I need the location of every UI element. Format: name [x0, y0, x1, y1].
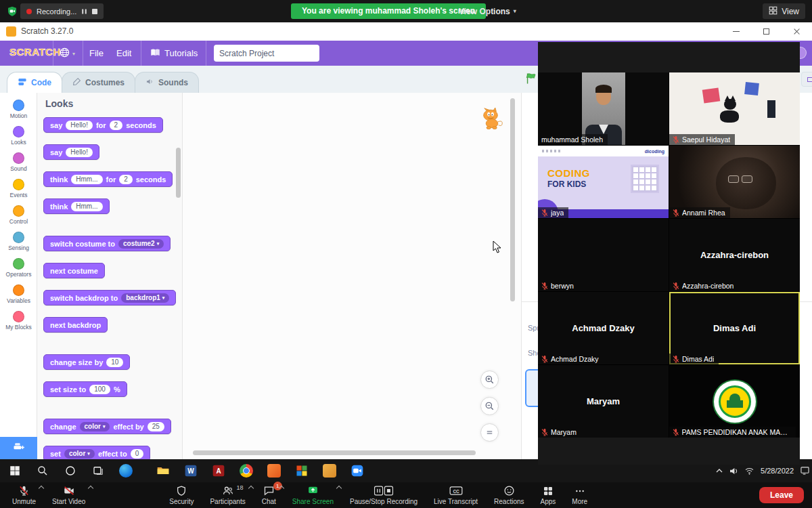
tab-code[interactable]: Code	[7, 72, 62, 93]
block-input[interactable]: 10	[106, 358, 123, 367]
scratch-block[interactable]: switch costume tocostume2▾	[43, 236, 171, 251]
category-operators[interactable]: Operators	[0, 258, 37, 284]
participant-tile-saepul-hidayat[interactable]: Saepul Hidayat	[669, 72, 800, 145]
block-input[interactable]: Hmm...	[71, 175, 102, 184]
block-input[interactable]: Hello!	[66, 148, 93, 157]
taskbar-search-icon[interactable]	[35, 463, 51, 479]
block-input[interactable]: Hello!	[66, 121, 93, 130]
block-dropdown[interactable]: backdrop1▾	[121, 293, 169, 303]
code-canvas[interactable]	[183, 93, 521, 459]
scratch-block[interactable]: next backdrop	[43, 317, 108, 333]
tray-network-icon[interactable]	[745, 467, 754, 475]
view-button[interactable]: View	[763, 3, 805, 19]
start-video-button[interactable]: Start Video	[44, 482, 93, 508]
zoom-out-button[interactable]	[480, 397, 499, 415]
category-looks[interactable]: Looks	[0, 126, 37, 152]
taskbar-cortana-icon[interactable]	[62, 463, 78, 479]
chevron-up-icon[interactable]	[336, 486, 342, 491]
participant-tile-pams-pendidikan-anak-masji[interactable]: PAMS PENDIDIKAN ANAK MASJI...	[669, 365, 800, 438]
category-sensing[interactable]: Sensing	[0, 232, 37, 258]
menu-file[interactable]: File	[89, 41, 104, 66]
pause-recording-icon[interactable]	[81, 8, 87, 15]
participant-tile-muhammad-sholeh[interactable]: muhammad Sholeh	[538, 72, 669, 145]
category-sound[interactable]: Sound	[0, 152, 37, 179]
scratch-block[interactable]: set size to100%	[43, 381, 127, 397]
scratch-block[interactable]: setcolor▾effect to0	[43, 446, 150, 459]
taskbar-acrobat-icon[interactable]: A	[210, 463, 227, 479]
participant-tile-dimas-adi[interactable]: Dimas AdiDimas Adi	[669, 292, 800, 364]
stop-recording-icon[interactable]	[92, 9, 97, 14]
taskbar-date[interactable]: 5/28/2022	[761, 467, 794, 475]
block-input[interactable]: Hmm...	[71, 202, 102, 211]
scratch-block[interactable]: sayHello!for2seconds	[43, 117, 163, 133]
block-input[interactable]: 0	[131, 449, 144, 459]
taskbar-chrome-icon[interactable]	[238, 463, 254, 479]
block-dropdown[interactable]: color▾	[80, 422, 110, 431]
category-events[interactable]: Events	[0, 179, 37, 205]
action-center-icon[interactable]	[800, 467, 809, 475]
scratch-block[interactable]: thinkHmm...	[43, 198, 110, 214]
participant-tile-annami-rhea[interactable]: Annami Rhea	[669, 146, 800, 218]
palette-scrollbar[interactable]	[176, 148, 181, 198]
taskbar-zoom-client-icon[interactable]	[349, 463, 365, 479]
taskbar-app-amber-icon[interactable]	[321, 463, 338, 479]
taskbar-app-blue-icon[interactable]	[118, 463, 134, 479]
taskbar-app-grid-icon[interactable]	[294, 463, 310, 479]
zoom-reset-button[interactable]	[480, 423, 499, 442]
taskbar-word-icon[interactable]: W	[183, 463, 199, 479]
block-input[interactable]: 100	[89, 385, 110, 394]
zoom-in-button[interactable]	[480, 371, 499, 389]
block-input[interactable]: 2	[110, 121, 123, 130]
participant-tile-azzahra-cirebon[interactable]: Azzahra-cirebonAzzahra-cirebon	[669, 219, 800, 291]
category-my-blocks[interactable]: My Blocks	[0, 311, 37, 337]
block-dropdown[interactable]: costume2▾	[118, 239, 164, 249]
pause-stop-recording-button[interactable]: Pause/Stop Recording	[342, 482, 426, 508]
menu-edit[interactable]: Edit	[116, 41, 131, 66]
leave-button[interactable]: Leave	[759, 487, 804, 503]
taskbar-file-explorer-icon[interactable]	[155, 463, 171, 479]
scratch-block[interactable]: thinkHmm...for2seconds	[43, 171, 173, 187]
view-options-button[interactable]: View Options ▾	[459, 3, 516, 19]
tab-costumes[interactable]: Costumes	[62, 72, 135, 93]
add-extension-button[interactable]	[0, 437, 37, 459]
tab-sounds[interactable]: Sounds	[135, 72, 199, 93]
scratch-block[interactable]: switch backdrop tobackdrop1▾	[43, 290, 176, 305]
scratch-block[interactable]: changecolor▾effect by25	[43, 419, 171, 434]
tray-speaker-icon[interactable]	[729, 467, 738, 475]
participant-tile-maryam[interactable]: MaryamMaryam	[538, 365, 669, 438]
category-motion[interactable]: Motion	[0, 100, 37, 126]
live-transcript-button[interactable]: CCLive Transcript	[426, 482, 486, 508]
menu-tutorials[interactable]: Tutorials	[150, 41, 198, 66]
participant-tile-achmad-dzaky[interactable]: Achmad DzakyAchmad Dzaky	[538, 292, 669, 364]
horizontal-scrollbar[interactable]	[193, 450, 476, 455]
project-name-input[interactable]	[214, 45, 319, 62]
block-input[interactable]: 25	[148, 422, 164, 431]
more-button[interactable]: More	[564, 482, 595, 508]
apps-button[interactable]: Apps	[533, 482, 564, 508]
chevron-up-icon[interactable]	[279, 486, 284, 491]
taskbar-task-view-icon[interactable]	[90, 463, 106, 479]
close-button[interactable]	[782, 22, 812, 41]
block-input[interactable]: 2	[119, 175, 133, 184]
chevron-up-icon[interactable]	[39, 486, 44, 491]
category-variables[interactable]: Variables	[0, 284, 37, 311]
vertical-scrollbar[interactable]	[510, 98, 515, 301]
scratch-cat-sprite[interactable]	[478, 105, 505, 133]
category-control[interactable]: Control	[0, 205, 37, 232]
participant-tile-berwyn[interactable]: berwyn	[538, 219, 669, 291]
security-button[interactable]: Security	[161, 482, 202, 508]
chevron-up-icon[interactable]	[248, 486, 253, 491]
scratch-block[interactable]: change size by10	[43, 354, 130, 370]
unmute-button[interactable]: Unmute	[4, 482, 44, 508]
chevron-up-icon[interactable]	[88, 486, 93, 491]
chat-button[interactable]: 1Chat	[254, 482, 284, 508]
scratch-block[interactable]: sayHello!	[43, 144, 99, 160]
reactions-button[interactable]: Reactions	[486, 482, 532, 508]
taskbar-app-orange-icon[interactable]	[266, 463, 282, 479]
participants-button[interactable]: 18Participants	[202, 482, 253, 508]
scratch-block[interactable]: next costume	[43, 263, 105, 278]
maximize-button[interactable]	[751, 22, 782, 41]
block-dropdown[interactable]: color▾	[64, 449, 95, 459]
share-screen-button[interactable]: Share Screen	[284, 482, 342, 508]
taskbar-windows-start-icon[interactable]	[7, 463, 23, 479]
